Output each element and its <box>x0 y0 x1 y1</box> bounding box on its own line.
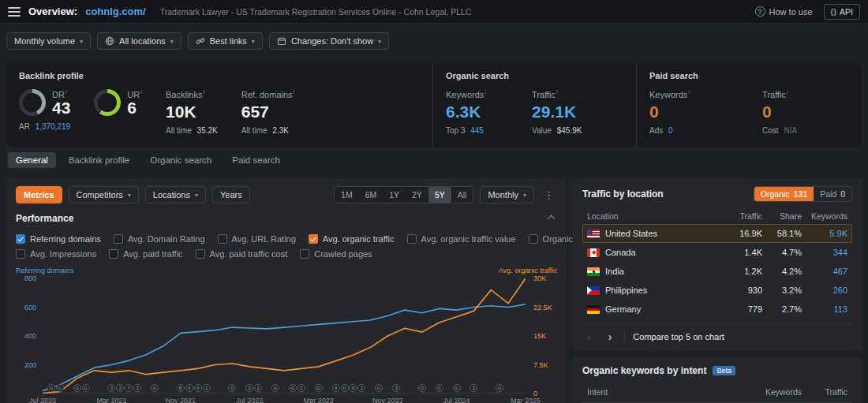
metrics-button[interactable]: Metrics <box>16 186 62 203</box>
refdomains-value[interactable]: 657 <box>241 103 295 121</box>
organic-toggle-button[interactable]: Organic 131 <box>754 187 814 201</box>
google-update-marker-icon[interactable]: G <box>271 384 279 392</box>
google-update-marker-icon[interactable]: 3 <box>392 384 400 392</box>
code-icon: { } <box>831 8 836 16</box>
organic-keywords-value[interactable]: 6.3K <box>446 103 486 121</box>
google-update-marker-icon[interactable]: 2 <box>133 384 141 392</box>
competitors-dropdown[interactable]: Competitors ▾ <box>69 186 139 203</box>
backlinks-value[interactable]: 10K <box>166 103 218 121</box>
google-update-marker-icon[interactable]: G <box>418 384 426 392</box>
legend-avg-organic-traffic[interactable]: Avg. organic traffic <box>309 234 395 244</box>
location-row-india[interactable]: India 1.2K 4.2% 467 <box>582 262 852 281</box>
google-update-marker-icon[interactable]: G <box>73 384 81 392</box>
google-update-marker-icon[interactable]: G <box>315 384 323 392</box>
changes-dropdown[interactable]: Changes: Don't show ▾ <box>269 32 389 50</box>
google-update-marker-icon[interactable]: 0 <box>341 384 349 392</box>
years-button[interactable]: Years <box>212 186 250 203</box>
google-update-marker-icon[interactable]: 3 <box>107 384 115 392</box>
legend-avg-impressions[interactable]: Avg. Impressions <box>16 249 96 259</box>
keywords-link[interactable]: 260 <box>833 285 847 295</box>
top3-value[interactable]: 445 <box>470 126 484 135</box>
location-row-canada[interactable]: Canada 1.4K 4.7% 344 <box>582 243 852 262</box>
google-update-marker-icon[interactable]: B <box>177 384 185 392</box>
google-update-marker-icon[interactable]: G <box>436 384 443 392</box>
x-axis-tick: Mar 2023 <box>304 397 334 403</box>
tab-paid-search[interactable]: Paid search <box>224 152 288 168</box>
location-row-united-states[interactable]: United States 16.9K 58.1% 5.9K <box>582 224 852 243</box>
legend-crawled-pages[interactable]: Crawled pages <box>300 249 372 259</box>
keywords-link[interactable]: 5.9K <box>829 229 847 238</box>
granularity-dropdown[interactable]: Monthly ▾ <box>480 186 534 203</box>
keywords-link[interactable]: 113 <box>833 304 847 314</box>
chart-plot-area[interactable]: 80060040020030K22.5K15K7.5K0Jul 2020Mar … <box>43 278 526 394</box>
google-update-marker-icon[interactable]: 7 <box>125 384 133 392</box>
google-update-marker-icon[interactable]: 2 <box>470 384 477 392</box>
location-row-philippines[interactable]: Philippines 930 3.2% 260 <box>582 281 852 300</box>
ahrefs-rank-value[interactable]: 1,370,219 <box>36 122 71 131</box>
filter-bar: Monthly volume ▾ All locations ▾ Best li… <box>6 32 389 50</box>
google-update-marker-icon[interactable]: 0 <box>349 384 357 392</box>
metric-legend-row-2: Avg. Impressions Avg. paid traffic Avg. … <box>16 249 557 259</box>
page-next-icon[interactable]: › <box>604 331 617 342</box>
legend-avg-paid-traffic[interactable]: Avg. paid traffic <box>109 249 182 259</box>
legend-avg-organic-traffic-value[interactable]: Avg. organic traffic value <box>407 234 516 244</box>
google-update-marker-icon[interactable]: 2 <box>297 384 305 392</box>
tab-general[interactable]: General <box>8 152 56 168</box>
range-2y-button[interactable]: 2Y <box>406 187 428 203</box>
best-links-dropdown[interactable]: Best links ▾ <box>188 32 263 50</box>
legend-avg-url-rating[interactable]: Avg. URL Rating <box>218 234 296 244</box>
keywords-link[interactable]: 344 <box>833 248 847 257</box>
google-update-marker-icon[interactable]: 2 <box>203 384 211 392</box>
organic-traffic-value[interactable]: 29.1K <box>532 103 582 121</box>
google-update-marker-icon[interactable]: 0 <box>194 384 202 392</box>
page-prev-icon[interactable]: ‹ <box>582 331 596 342</box>
google-update-marker-icon[interactable]: G <box>82 384 90 392</box>
google-update-marker-icon[interactable]: G <box>228 384 236 392</box>
how-to-use-link[interactable]: ? How to use <box>755 6 813 17</box>
canada-flag-icon <box>587 248 600 257</box>
monthly-volume-label: Monthly volume <box>14 36 75 46</box>
range-all-button[interactable]: All <box>451 187 473 203</box>
monthly-volume-dropdown[interactable]: Monthly volume ▾ <box>6 32 91 50</box>
range-5y-button[interactable]: 5Y <box>428 187 451 203</box>
api-button[interactable]: { } API <box>824 4 860 20</box>
overview-tabs: General Backlink profile Organic search … <box>8 152 288 168</box>
api-label: API <box>840 7 853 17</box>
ads-value[interactable]: 0 <box>668 126 673 135</box>
tab-backlink-profile[interactable]: Backlink profile <box>61 152 137 168</box>
all-locations-dropdown[interactable]: All locations ▾ <box>97 32 181 50</box>
legend-avg-domain-rating[interactable]: Avg. Domain Rating <box>114 234 205 244</box>
locations-dropdown[interactable]: Locations ▾ <box>145 186 206 203</box>
google-update-marker-icon[interactable]: 2 <box>254 384 262 392</box>
google-update-marker-icon[interactable]: 2 <box>116 384 124 392</box>
google-update-marker-icon[interactable]: G <box>375 384 383 392</box>
google-update-marker-icon[interactable]: 4 <box>332 384 340 392</box>
google-update-marker-icon[interactable]: 2 <box>357 384 365 392</box>
tab-organic-search[interactable]: Organic search <box>142 152 219 168</box>
google-update-marker-icon[interactable]: G <box>56 384 64 392</box>
chevron-down-icon: ▾ <box>170 38 174 45</box>
keywords-link[interactable]: 467 <box>833 267 847 276</box>
compare-top5-button[interactable]: Compare top 5 on chart <box>633 332 724 341</box>
google-update-marker-icon[interactable]: 2 <box>245 384 253 392</box>
location-row-germany[interactable]: Germany 779 2.7% 113 <box>582 300 852 319</box>
range-6m-button[interactable]: 6M <box>359 187 383 203</box>
google-update-marker-icon[interactable]: G <box>289 384 297 392</box>
organic-keywords-label: Keywordsi <box>446 88 486 99</box>
intent-table-header: Intent Keywords Traffic <box>582 384 852 402</box>
legend-avg-paid-traffic-cost[interactable]: Avg. paid traffic cost <box>196 249 288 259</box>
paid-toggle-button[interactable]: Paid 0 <box>814 187 851 201</box>
google-update-marker-icon[interactable]: G <box>496 384 503 392</box>
target-domain-link[interactable]: cohnlg.com/ <box>85 6 146 17</box>
menu-icon[interactable] <box>8 7 21 17</box>
google-update-marker-icon[interactable]: G <box>151 384 159 392</box>
collapse-icon[interactable] <box>548 215 556 222</box>
google-update-marker-icon[interactable]: G <box>47 384 55 392</box>
range-1y-button[interactable]: 1Y <box>383 187 406 203</box>
google-update-marker-icon[interactable]: 0 <box>185 384 193 392</box>
kebab-menu-icon[interactable]: ⋮ <box>541 189 557 201</box>
checkbox-icon <box>114 234 123 244</box>
google-update-marker-icon[interactable]: G <box>453 384 461 392</box>
legend-referring-domains[interactable]: Referring domains <box>16 234 101 244</box>
range-1m-button[interactable]: 1M <box>335 187 359 203</box>
